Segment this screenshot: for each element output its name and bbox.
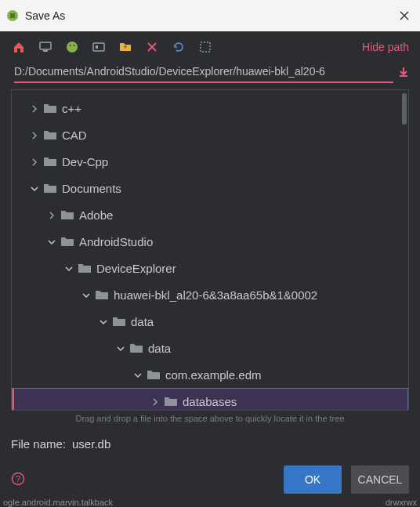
chevron-right-icon[interactable] [31, 103, 40, 113]
window-close-button[interactable] [395, 6, 414, 25]
tree-item-label: Dev-Cpp [62, 155, 108, 168]
tree-row[interactable]: DeviceExplorer [12, 255, 408, 281]
tree-item-label: Documents [62, 182, 121, 195]
chevron-right-icon[interactable] [31, 157, 40, 166]
tree-row[interactable]: com.example.edm [12, 361, 408, 388]
tree-row[interactable]: AndroidStudio [12, 228, 408, 255]
filename-row: File name: [0, 429, 420, 458]
tree-row[interactable]: data [12, 308, 408, 335]
app-icon [6, 9, 19, 22]
tree-row[interactable]: Documents [12, 175, 408, 201]
svg-rect-3 [43, 50, 48, 52]
android-icon[interactable] [64, 39, 80, 55]
tree-row[interactable]: huawei-bkl_al20-6&3a8aa65b&1&0002 [12, 281, 408, 308]
chevron-down-icon[interactable] [82, 290, 92, 299]
chevron-right-icon[interactable] [151, 397, 161, 406]
svg-text:+: + [123, 43, 127, 51]
folder-icon [112, 316, 126, 327]
svg-rect-1 [10, 13, 15, 18]
tree-row[interactable]: Adobe [12, 201, 408, 228]
svg-rect-8 [96, 45, 98, 49]
folder-icon [147, 369, 161, 380]
tree-row[interactable]: databases [12, 388, 408, 411]
chevron-down-icon[interactable] [117, 343, 126, 353]
folder-icon [60, 209, 74, 220]
tree-row[interactable]: data [12, 335, 408, 361]
tree-item-label: data [148, 342, 171, 355]
tree-item-label: data [131, 315, 154, 328]
folder-tree[interactable]: c++CADDev-CppDocumentsAdobeAndroidStudio… [11, 89, 409, 411]
tree-item-label: DeviceExplorer [96, 262, 176, 275]
tree-hint: Drag and drop a file into the space abov… [0, 411, 420, 429]
path-input[interactable] [14, 63, 393, 83]
tree-item-label: AndroidStudio [79, 235, 153, 248]
svg-rect-2 [40, 42, 51, 49]
svg-rect-10 [201, 42, 210, 52]
tree-row[interactable]: c++ [12, 95, 408, 121]
chevron-down-icon[interactable] [31, 183, 40, 193]
tree-item-label: Adobe [79, 208, 113, 222]
save-dialog: + Hide path c++CADDev-CppDocumentsAdobeA… [0, 31, 420, 507]
tree-item-label: CAD [62, 129, 87, 142]
folder-icon [78, 263, 92, 273]
new-folder-icon[interactable]: + [118, 39, 133, 55]
chevron-down-icon[interactable] [100, 317, 109, 326]
tree-item-label: databases [183, 395, 237, 408]
help-icon[interactable]: ? [11, 472, 25, 488]
title-bar: Save As [0, 0, 420, 31]
svg-text:?: ? [16, 474, 20, 483]
cancel-button[interactable]: CANCEL [351, 465, 409, 494]
tree-item-label: huawei-bkl_al20-6&3a8aa65b&1&0002 [114, 288, 317, 302]
folder-icon [43, 129, 57, 140]
tree-row[interactable]: Dev-Cpp [12, 148, 408, 175]
window-title: Save As [25, 9, 395, 22]
hide-path-link[interactable]: Hide path [362, 41, 409, 53]
chevron-down-icon[interactable] [48, 237, 57, 246]
folder-icon [60, 236, 74, 247]
svg-point-6 [74, 45, 75, 46]
tree-item-label: com.example.edm [165, 368, 262, 382]
path-row [0, 60, 420, 83]
svg-rect-7 [93, 43, 104, 51]
toolbar: + Hide path [0, 31, 420, 60]
tree-item-label: c++ [62, 102, 81, 115]
desktop-icon[interactable] [38, 39, 53, 55]
scrollbar-thumb[interactable] [402, 93, 407, 125]
svg-point-5 [70, 45, 71, 46]
select-icon[interactable] [197, 39, 213, 55]
chevron-right-icon[interactable] [31, 130, 40, 139]
chevron-down-icon[interactable] [65, 263, 74, 273]
tree-row[interactable]: CAD [12, 121, 408, 148]
filename-label: File name: [11, 437, 66, 451]
chevron-right-icon[interactable] [48, 210, 57, 219]
delete-icon[interactable] [144, 39, 160, 55]
folder-icon [164, 396, 178, 407]
module-icon[interactable] [91, 39, 107, 55]
folder-icon [43, 103, 57, 114]
svg-point-4 [67, 42, 78, 53]
folder-icon [43, 183, 57, 194]
download-icon[interactable] [398, 67, 409, 80]
refresh-icon[interactable] [171, 39, 186, 55]
folder-icon [129, 342, 143, 353]
chevron-down-icon[interactable] [134, 370, 143, 379]
folder-icon [43, 156, 57, 167]
filename-input[interactable] [72, 434, 409, 453]
home-icon[interactable] [11, 39, 27, 55]
ok-button[interactable]: OK [284, 465, 342, 494]
button-row: ? OK CANCEL [0, 458, 420, 505]
folder-icon [95, 289, 109, 300]
